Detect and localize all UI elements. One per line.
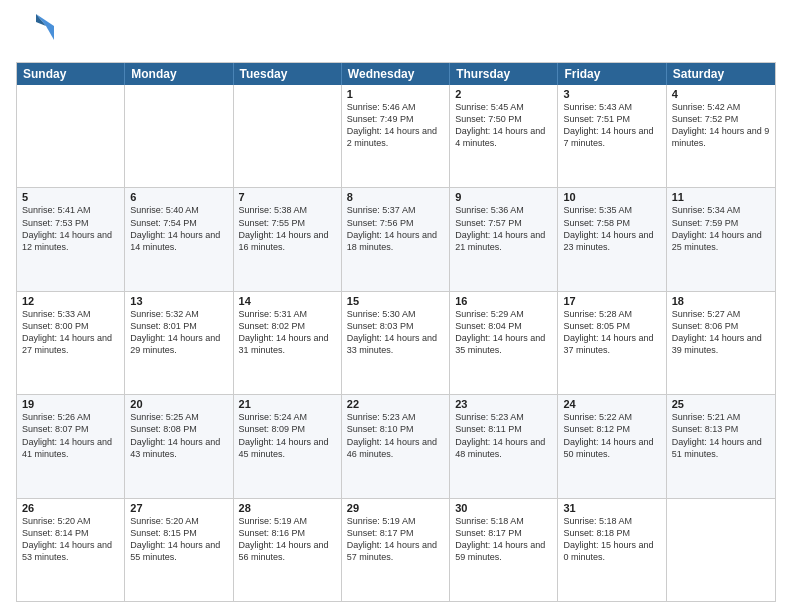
day-cell-26: 26Sunrise: 5:20 AM Sunset: 8:14 PM Dayli… [17,499,125,601]
day-info: Sunrise: 5:26 AM Sunset: 8:07 PM Dayligh… [22,411,119,460]
day-info: Sunrise: 5:34 AM Sunset: 7:59 PM Dayligh… [672,204,770,253]
day-number: 20 [130,398,227,410]
day-number: 8 [347,191,444,203]
day-info: Sunrise: 5:42 AM Sunset: 7:52 PM Dayligh… [672,101,770,150]
day-cell-15: 15Sunrise: 5:30 AM Sunset: 8:03 PM Dayli… [342,292,450,394]
day-info: Sunrise: 5:18 AM Sunset: 8:17 PM Dayligh… [455,515,552,564]
day-cell-5: 5Sunrise: 5:41 AM Sunset: 7:53 PM Daylig… [17,188,125,290]
calendar-week-5: 26Sunrise: 5:20 AM Sunset: 8:14 PM Dayli… [17,499,775,601]
day-header-saturday: Saturday [667,63,775,85]
logo [16,12,58,54]
day-cell-20: 20Sunrise: 5:25 AM Sunset: 8:08 PM Dayli… [125,395,233,497]
day-cell-11: 11Sunrise: 5:34 AM Sunset: 7:59 PM Dayli… [667,188,775,290]
day-number: 17 [563,295,660,307]
calendar-week-3: 12Sunrise: 5:33 AM Sunset: 8:00 PM Dayli… [17,292,775,395]
day-cell-29: 29Sunrise: 5:19 AM Sunset: 8:17 PM Dayli… [342,499,450,601]
day-number: 13 [130,295,227,307]
day-cell-3: 3Sunrise: 5:43 AM Sunset: 7:51 PM Daylig… [558,85,666,187]
day-info: Sunrise: 5:20 AM Sunset: 8:14 PM Dayligh… [22,515,119,564]
day-header-tuesday: Tuesday [234,63,342,85]
day-number: 27 [130,502,227,514]
day-info: Sunrise: 5:23 AM Sunset: 8:11 PM Dayligh… [455,411,552,460]
day-header-sunday: Sunday [17,63,125,85]
day-cell-25: 25Sunrise: 5:21 AM Sunset: 8:13 PM Dayli… [667,395,775,497]
day-info: Sunrise: 5:38 AM Sunset: 7:55 PM Dayligh… [239,204,336,253]
day-cell-31: 31Sunrise: 5:18 AM Sunset: 8:18 PM Dayli… [558,499,666,601]
day-info: Sunrise: 5:40 AM Sunset: 7:54 PM Dayligh… [130,204,227,253]
day-info: Sunrise: 5:36 AM Sunset: 7:57 PM Dayligh… [455,204,552,253]
day-number: 22 [347,398,444,410]
day-number: 7 [239,191,336,203]
day-cell-21: 21Sunrise: 5:24 AM Sunset: 8:09 PM Dayli… [234,395,342,497]
calendar-body: 1Sunrise: 5:46 AM Sunset: 7:49 PM Daylig… [17,85,775,601]
day-cell-10: 10Sunrise: 5:35 AM Sunset: 7:58 PM Dayli… [558,188,666,290]
day-cell-16: 16Sunrise: 5:29 AM Sunset: 8:04 PM Dayli… [450,292,558,394]
calendar-week-1: 1Sunrise: 5:46 AM Sunset: 7:49 PM Daylig… [17,85,775,188]
day-number: 14 [239,295,336,307]
day-number: 26 [22,502,119,514]
day-number: 16 [455,295,552,307]
day-info: Sunrise: 5:32 AM Sunset: 8:01 PM Dayligh… [130,308,227,357]
calendar: SundayMondayTuesdayWednesdayThursdayFrid… [16,62,776,602]
day-info: Sunrise: 5:19 AM Sunset: 8:17 PM Dayligh… [347,515,444,564]
day-info: Sunrise: 5:30 AM Sunset: 8:03 PM Dayligh… [347,308,444,357]
day-info: Sunrise: 5:28 AM Sunset: 8:05 PM Dayligh… [563,308,660,357]
day-info: Sunrise: 5:46 AM Sunset: 7:49 PM Dayligh… [347,101,444,150]
day-number: 15 [347,295,444,307]
day-number: 6 [130,191,227,203]
day-number: 4 [672,88,770,100]
day-info: Sunrise: 5:25 AM Sunset: 8:08 PM Dayligh… [130,411,227,460]
day-cell-empty [667,499,775,601]
day-info: Sunrise: 5:20 AM Sunset: 8:15 PM Dayligh… [130,515,227,564]
day-cell-4: 4Sunrise: 5:42 AM Sunset: 7:52 PM Daylig… [667,85,775,187]
day-info: Sunrise: 5:24 AM Sunset: 8:09 PM Dayligh… [239,411,336,460]
day-cell-1: 1Sunrise: 5:46 AM Sunset: 7:49 PM Daylig… [342,85,450,187]
day-cell-empty [125,85,233,187]
day-info: Sunrise: 5:45 AM Sunset: 7:50 PM Dayligh… [455,101,552,150]
day-cell-2: 2Sunrise: 5:45 AM Sunset: 7:50 PM Daylig… [450,85,558,187]
day-number: 3 [563,88,660,100]
day-info: Sunrise: 5:27 AM Sunset: 8:06 PM Dayligh… [672,308,770,357]
day-info: Sunrise: 5:31 AM Sunset: 8:02 PM Dayligh… [239,308,336,357]
day-number: 29 [347,502,444,514]
day-number: 30 [455,502,552,514]
day-cell-19: 19Sunrise: 5:26 AM Sunset: 8:07 PM Dayli… [17,395,125,497]
day-info: Sunrise: 5:41 AM Sunset: 7:53 PM Dayligh… [22,204,119,253]
day-number: 31 [563,502,660,514]
day-info: Sunrise: 5:23 AM Sunset: 8:10 PM Dayligh… [347,411,444,460]
day-header-wednesday: Wednesday [342,63,450,85]
calendar-header: SundayMondayTuesdayWednesdayThursdayFrid… [17,63,775,85]
day-cell-8: 8Sunrise: 5:37 AM Sunset: 7:56 PM Daylig… [342,188,450,290]
day-cell-13: 13Sunrise: 5:32 AM Sunset: 8:01 PM Dayli… [125,292,233,394]
svg-marker-2 [46,26,54,40]
day-info: Sunrise: 5:43 AM Sunset: 7:51 PM Dayligh… [563,101,660,150]
day-number: 23 [455,398,552,410]
calendar-week-4: 19Sunrise: 5:26 AM Sunset: 8:07 PM Dayli… [17,395,775,498]
calendar-week-2: 5Sunrise: 5:41 AM Sunset: 7:53 PM Daylig… [17,188,775,291]
day-cell-14: 14Sunrise: 5:31 AM Sunset: 8:02 PM Dayli… [234,292,342,394]
day-number: 25 [672,398,770,410]
day-cell-22: 22Sunrise: 5:23 AM Sunset: 8:10 PM Dayli… [342,395,450,497]
day-cell-empty [234,85,342,187]
day-cell-12: 12Sunrise: 5:33 AM Sunset: 8:00 PM Dayli… [17,292,125,394]
day-number: 2 [455,88,552,100]
page: SundayMondayTuesdayWednesdayThursdayFrid… [0,0,792,612]
day-cell-6: 6Sunrise: 5:40 AM Sunset: 7:54 PM Daylig… [125,188,233,290]
day-number: 10 [563,191,660,203]
day-number: 19 [22,398,119,410]
day-info: Sunrise: 5:22 AM Sunset: 8:12 PM Dayligh… [563,411,660,460]
day-number: 11 [672,191,770,203]
day-number: 12 [22,295,119,307]
header [16,12,776,54]
day-info: Sunrise: 5:21 AM Sunset: 8:13 PM Dayligh… [672,411,770,460]
day-number: 1 [347,88,444,100]
day-header-monday: Monday [125,63,233,85]
day-header-friday: Friday [558,63,666,85]
day-number: 9 [455,191,552,203]
day-number: 24 [563,398,660,410]
day-info: Sunrise: 5:37 AM Sunset: 7:56 PM Dayligh… [347,204,444,253]
day-cell-18: 18Sunrise: 5:27 AM Sunset: 8:06 PM Dayli… [667,292,775,394]
day-info: Sunrise: 5:33 AM Sunset: 8:00 PM Dayligh… [22,308,119,357]
day-cell-7: 7Sunrise: 5:38 AM Sunset: 7:55 PM Daylig… [234,188,342,290]
day-cell-empty [17,85,125,187]
